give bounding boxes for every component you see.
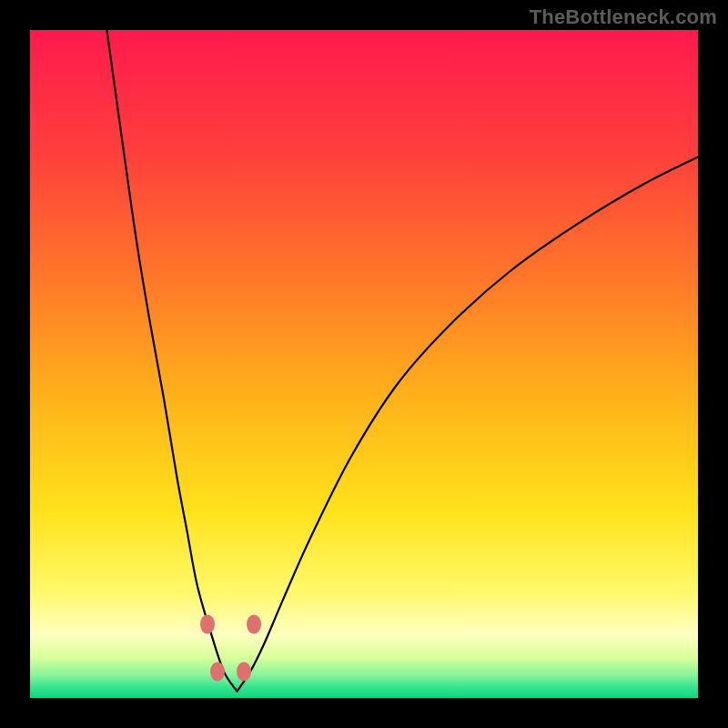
plot-area [30,30,698,698]
chart-frame: TheBottleneck.com [0,0,728,728]
marker-dot [247,615,261,634]
curve-layer [30,30,698,698]
curve-left-branch [106,30,237,692]
curve-right-branch [238,157,698,691]
watermark-text: TheBottleneck.com [530,5,717,29]
marker-dot [237,662,251,681]
marker-dot [210,662,225,681]
marker-dot [200,615,215,634]
